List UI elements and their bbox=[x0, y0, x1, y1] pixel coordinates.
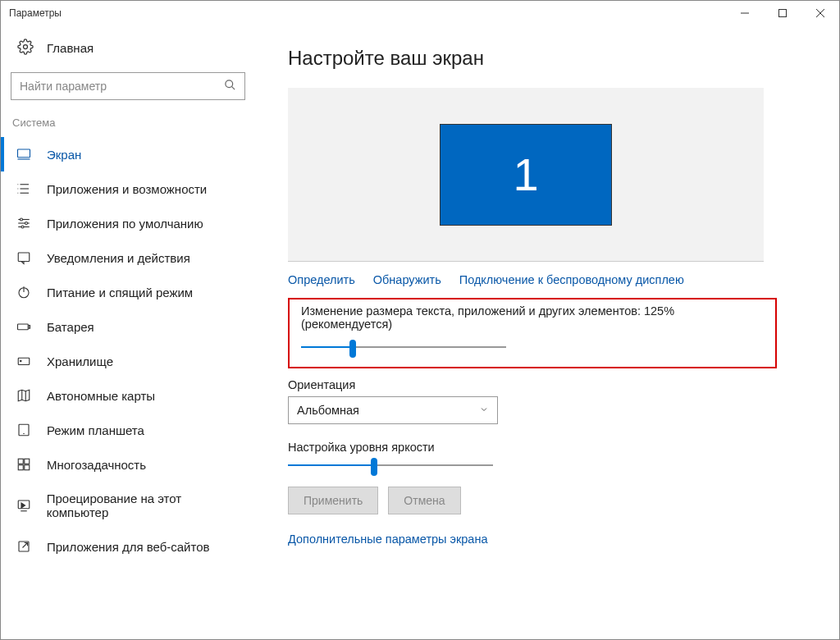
notification-icon bbox=[16, 250, 32, 265]
search-input[interactable] bbox=[11, 72, 245, 100]
map-icon bbox=[16, 388, 32, 403]
sidebar-item-label: Батарея bbox=[47, 320, 94, 334]
brightness-slider[interactable] bbox=[288, 459, 493, 472]
svg-rect-7 bbox=[18, 149, 30, 158]
svg-line-6 bbox=[231, 86, 235, 89]
svg-point-27 bbox=[21, 360, 22, 362]
multitask-icon bbox=[16, 457, 32, 472]
orientation-value: Альбомная bbox=[297, 404, 359, 417]
sidebar-item-web-apps[interactable]: Приложения для веб-сайтов bbox=[1, 529, 255, 564]
slider-thumb[interactable] bbox=[349, 340, 356, 358]
cancel-button[interactable]: Отмена bbox=[388, 487, 460, 514]
sidebar-item-label: Экран bbox=[47, 148, 81, 162]
project-icon bbox=[16, 498, 32, 513]
sidebar-item-default-apps[interactable]: Приложения по умолчанию bbox=[1, 206, 255, 240]
monitor-thumbnail[interactable]: 1 bbox=[440, 124, 612, 226]
svg-point-5 bbox=[226, 80, 233, 88]
monitor-number: 1 bbox=[513, 148, 538, 201]
power-icon bbox=[16, 285, 32, 299]
home-label: Главная bbox=[47, 41, 94, 55]
storage-icon bbox=[16, 354, 32, 368]
group-label: Система bbox=[1, 117, 255, 137]
svg-rect-33 bbox=[25, 459, 30, 464]
export-icon bbox=[16, 539, 32, 554]
sidebar: Главная Система Экран Приложения и возмо… bbox=[1, 25, 255, 639]
tablet-icon bbox=[16, 423, 32, 437]
home-button[interactable]: Главная bbox=[1, 39, 255, 72]
svg-point-20 bbox=[21, 226, 24, 228]
sidebar-item-label: Питание и спящий режим bbox=[47, 286, 193, 299]
search-icon bbox=[224, 79, 236, 94]
sidebar-item-battery[interactable]: Батарея bbox=[1, 309, 255, 344]
close-button[interactable] bbox=[801, 1, 839, 25]
sidebar-item-multitasking[interactable]: Многозадачность bbox=[1, 447, 255, 482]
gear-icon bbox=[17, 39, 34, 57]
sidebar-item-maps[interactable]: Автономные карты bbox=[1, 378, 255, 413]
sidebar-item-label: Приложения по умолчанию bbox=[47, 217, 203, 231]
list-icon bbox=[16, 181, 32, 196]
sidebar-item-label: Автономные карты bbox=[47, 389, 155, 403]
sidebar-item-tablet[interactable]: Режим планшета bbox=[1, 413, 255, 447]
svg-rect-21 bbox=[18, 253, 30, 262]
svg-rect-1 bbox=[779, 10, 787, 17]
main-content: Настройте ваш экран 1 Определить Обнаруж… bbox=[255, 25, 839, 639]
titlebar: Параметры bbox=[1, 1, 839, 25]
battery-icon bbox=[16, 319, 32, 334]
nav-list: Экран Приложения и возможности Приложени… bbox=[1, 137, 255, 564]
sidebar-item-label: Многозадачность bbox=[47, 458, 146, 472]
display-preview[interactable]: 1 bbox=[288, 88, 764, 262]
svg-point-19 bbox=[25, 222, 28, 225]
apply-button[interactable]: Применить bbox=[288, 487, 378, 514]
identify-link[interactable]: Определить bbox=[288, 273, 355, 286]
svg-rect-35 bbox=[25, 465, 30, 470]
sidebar-item-label: Хранилище bbox=[47, 354, 113, 368]
sidebar-item-label: Приложения для веб-сайтов bbox=[47, 540, 210, 554]
sidebar-item-label: Проецирование на этот компьютер bbox=[47, 491, 244, 519]
orientation-select[interactable]: Альбомная bbox=[288, 396, 498, 424]
page-title: Настройте ваш экран bbox=[288, 47, 806, 70]
chevron-down-icon bbox=[479, 404, 489, 417]
sliders-icon bbox=[16, 216, 32, 231]
sidebar-item-label: Приложения и возможности bbox=[47, 182, 207, 196]
slider-thumb[interactable] bbox=[371, 458, 377, 476]
maximize-button[interactable] bbox=[764, 1, 801, 25]
sidebar-item-apps-features[interactable]: Приложения и возможности bbox=[1, 171, 255, 206]
sidebar-item-label: Уведомления и действия bbox=[47, 251, 190, 265]
orientation-label: Ориентация bbox=[288, 378, 806, 391]
brightness-label: Настройка уровня яркости bbox=[288, 441, 806, 454]
window-title: Параметры bbox=[9, 7, 62, 19]
svg-rect-24 bbox=[18, 324, 29, 330]
scale-section-highlight: Изменение размера текста, приложений и д… bbox=[288, 298, 777, 368]
advanced-display-link[interactable]: Дополнительные параметры экрана bbox=[288, 533, 806, 546]
svg-rect-25 bbox=[29, 326, 30, 329]
scale-label: Изменение размера текста, приложений и д… bbox=[301, 304, 764, 331]
search-field[interactable] bbox=[20, 80, 224, 93]
sidebar-item-storage[interactable]: Хранилище bbox=[1, 344, 255, 378]
sidebar-item-projecting[interactable]: Проецирование на этот компьютер bbox=[1, 482, 255, 529]
sidebar-item-power[interactable]: Питание и спящий режим bbox=[1, 275, 255, 309]
svg-point-4 bbox=[24, 45, 28, 49]
svg-point-18 bbox=[21, 218, 23, 221]
sidebar-item-label: Режим планшета bbox=[47, 423, 144, 437]
sidebar-item-display[interactable]: Экран bbox=[1, 137, 255, 171]
sidebar-item-notifications[interactable]: Уведомления и действия bbox=[1, 240, 255, 275]
scale-slider[interactable] bbox=[301, 341, 506, 354]
wireless-display-link[interactable]: Подключение к беспроводному дисплею bbox=[459, 273, 684, 286]
svg-rect-32 bbox=[18, 459, 23, 464]
detect-link[interactable]: Обнаружить bbox=[373, 273, 441, 286]
minimize-button[interactable] bbox=[726, 1, 764, 25]
monitor-icon bbox=[16, 147, 32, 162]
svg-rect-34 bbox=[18, 465, 23, 470]
